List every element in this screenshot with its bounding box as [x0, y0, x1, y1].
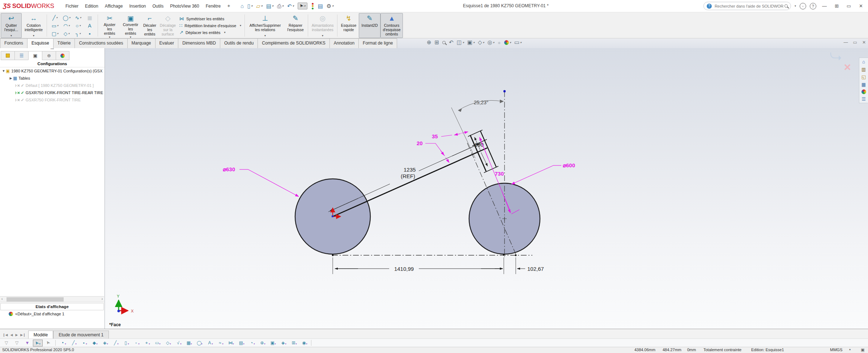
filter-sketch-icon[interactable]: ◇	[163, 340, 173, 346]
offset-entities-button[interactable]: ⌐ Décaler les entités	[141, 13, 158, 38]
menu-insertion[interactable]: Insertion	[126, 4, 149, 9]
rapid-sketch-button[interactable]: ↯ Esquisse rapide	[339, 13, 359, 38]
tab-esquisse[interactable]: Esquisse	[27, 38, 53, 48]
filter-all-icon[interactable]: ▼	[22, 340, 32, 346]
taskpane-view-palette-icon[interactable]: ▦	[861, 82, 866, 87]
config-row-active[interactable]: ⊦✕ ✓ GSXR750 FORK-FRONT TIRE-REAR TIRE	[0, 89, 105, 96]
trail-dim[interactable]: 102,67	[527, 266, 544, 272]
exit-sketch-corner-icon[interactable]	[830, 52, 839, 58]
frame-length-dim[interactable]: 1235	[404, 167, 416, 173]
tab-complements[interactable]: Compléments de SOLIDWORKS	[258, 38, 329, 48]
filter-decal-icon[interactable]: ▣	[268, 340, 277, 346]
fillet-tool-icon[interactable]: ╮▾	[73, 30, 84, 38]
filter-surface-icon[interactable]: ◆	[89, 340, 99, 346]
height730-dim[interactable]: 730	[495, 171, 504, 177]
help-icon[interactable]: ?	[810, 3, 816, 9]
options-gear-icon[interactable]: ⚙▾	[327, 3, 333, 9]
units-selector[interactable]: MMGS	[830, 348, 842, 352]
next-tab-icon[interactable]: ▶	[14, 333, 19, 337]
tab-outils-de-rendu[interactable]: Outils de rendu	[220, 38, 258, 48]
config-root-row[interactable]: ▼ ▣ 1980 KZ750 GEOMETRY-01 Configuration…	[0, 67, 105, 75]
restore-button[interactable]: ▭	[844, 3, 853, 9]
filter-datum-icon[interactable]: ▤	[236, 340, 246, 346]
last-tab-icon[interactable]: ▶❙	[19, 333, 26, 337]
expand-button[interactable]: ⊞	[833, 3, 841, 9]
units-dropdown-icon[interactable]: ▴	[849, 348, 851, 351]
rake-angle-dim[interactable]: 25,23°	[474, 100, 489, 105]
help-search-box[interactable]: ?	[703, 2, 791, 10]
open-document-icon[interactable]: ▱▾	[256, 3, 263, 9]
view-settings-icon[interactable]: ▭▾	[514, 39, 522, 46]
rectangle-tool-icon[interactable]: ▭▾	[50, 22, 60, 30]
file-properties-icon[interactable]: ▤	[318, 3, 323, 9]
convert-entities-button[interactable]: ▣ Convertir les entités▾	[120, 13, 141, 38]
cancel-sketch-corner-icon[interactable]: ✕	[843, 62, 851, 73]
ellipse-tool-icon[interactable]: ○▾	[73, 22, 84, 30]
select-tool-button[interactable]: ➤▾	[298, 3, 307, 9]
magnifier-view-icon[interactable]	[442, 41, 446, 44]
filter-solid-icon[interactable]: ◈	[100, 340, 110, 346]
slot-tool-icon[interactable]: ▢▾	[50, 30, 60, 38]
display-relations-button[interactable]: ⊥ Afficher/Supprimer les relations▾	[246, 13, 284, 38]
tab-format-de-ligne[interactable]: Format de ligne	[358, 38, 397, 48]
tables-row[interactable]: ▶ ▦ Tables	[0, 75, 105, 82]
taskpane-home-icon[interactable]: ⌂	[862, 59, 865, 64]
filter-block-icon[interactable]: ⊞	[289, 340, 298, 346]
scroll-thumb[interactable]	[7, 297, 64, 302]
filter-mesh-icon[interactable]: ▦	[184, 340, 193, 346]
tab-tolerie[interactable]: Tôlerie	[53, 38, 75, 48]
magnifier-icon[interactable]	[784, 4, 788, 8]
filter-clear-icon[interactable]: ▽	[12, 340, 22, 346]
doc-minimize-icon[interactable]: —	[844, 40, 848, 45]
axis-top-point[interactable]	[503, 90, 506, 92]
taskpane-library-icon[interactable]: ▥	[861, 67, 866, 72]
filter-dimension-icon[interactable]: ◯	[194, 340, 204, 346]
dimxpert-tab[interactable]: ⊕	[42, 51, 56, 60]
point-tool-icon[interactable]: ▪	[84, 30, 95, 38]
menu-fenetre[interactable]: Fenêtre	[203, 4, 224, 9]
filter-origin-icon[interactable]: ▫	[131, 340, 141, 346]
taskpane-appearances-icon[interactable]	[861, 89, 866, 94]
zoom-area-icon[interactable]: ⊞	[435, 39, 439, 46]
filter-point-icon[interactable]: ▭	[152, 340, 162, 346]
menu-outils[interactable]: Outils	[149, 4, 167, 9]
front-diameter-dim[interactable]: ⌀600	[563, 162, 575, 168]
collapse-icon[interactable]: ▼	[1, 69, 6, 73]
mirror-entities-button[interactable]: ⋈Symétriser les entités	[179, 16, 241, 21]
tab-modele[interactable]: Modèle	[28, 331, 53, 339]
polygon-tool-icon[interactable]: ◇▾	[61, 30, 72, 38]
minimize-button[interactable]: —	[820, 3, 829, 9]
tab-fonctions[interactable]: Fonctions	[0, 38, 27, 48]
offset20-dim[interactable]: 20	[417, 140, 423, 146]
home-icon[interactable]: ⌂	[241, 3, 244, 9]
filter-weld-icon[interactable]: ⋈	[226, 340, 235, 346]
config-row-defaut[interactable]: ⊦✕ ✓ Défaut [ 1980 KZ750 GEOMETRY-01 ]	[0, 82, 105, 89]
section-view-icon[interactable]: ◫▾	[457, 39, 464, 46]
instant2d-button[interactable]: ✎ Instant2D	[359, 13, 380, 38]
displaymanager-tab[interactable]	[56, 51, 69, 60]
menu-fichier[interactable]: Fichier	[62, 4, 82, 9]
view-orientation-icon[interactable]: ▣▾	[467, 39, 475, 46]
zoom-fit-icon[interactable]: ⊕	[427, 39, 431, 46]
undo-icon[interactable]: ↶▾	[287, 3, 294, 9]
doc-restore-icon[interactable]: ▭	[853, 40, 857, 45]
propertymanager-tab[interactable]: ☰	[14, 51, 28, 60]
apply-scene-icon[interactable]: ▾	[504, 40, 511, 45]
spline-tool-icon[interactable]: ∿▾	[73, 14, 84, 22]
config-row-front[interactable]: ⊦✕ ✓ GSXR750 FORK-FRONT TIRE	[0, 96, 105, 104]
prev-tab-icon[interactable]: ◀	[9, 333, 14, 337]
tab-constructions-soudees[interactable]: Constructions soudées	[75, 38, 127, 48]
text-tool-icon[interactable]: A	[84, 22, 95, 30]
filter-bead-icon[interactable]: ⊕	[257, 340, 267, 346]
origin-point[interactable]	[332, 215, 333, 217]
close-button[interactable]: ✕	[857, 3, 865, 9]
scroll-right-icon[interactable]: ›	[102, 297, 103, 301]
new-document-icon[interactable]: ▯▾	[247, 3, 252, 9]
repair-sketch-button[interactable]: ✎ Réparer l'esquisse	[284, 13, 307, 38]
panel-grip[interactable]: •••	[0, 48, 105, 51]
panel-hscrollbar[interactable]: ‹ ›	[0, 296, 104, 302]
graphics-area[interactable]: 25,23° 1235 (REF) 35	[105, 48, 868, 329]
menu-photoview[interactable]: PhotoView 360	[167, 4, 203, 9]
wheelbase-dim[interactable]: 1410,99	[394, 266, 414, 272]
search-dropdown-icon[interactable]: ▾	[795, 4, 796, 8]
